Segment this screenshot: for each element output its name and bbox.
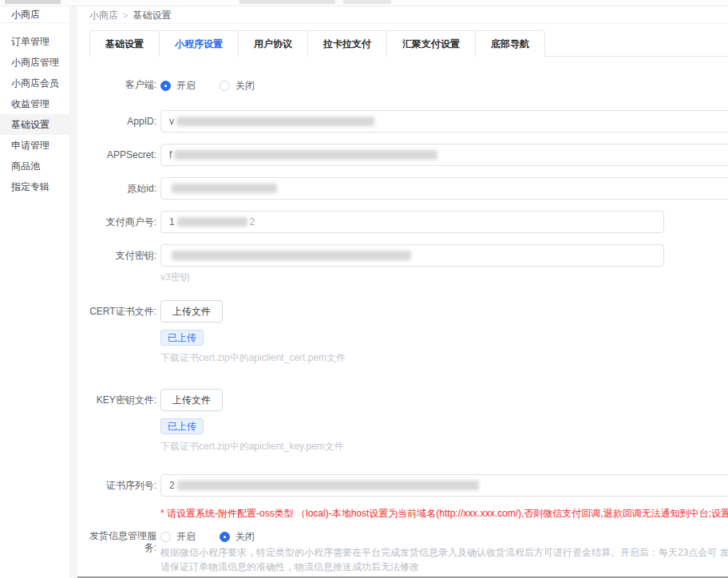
cert-uploaded-badge: 已上传: [160, 330, 204, 346]
cert-upload-button[interactable]: 上传文件: [160, 300, 223, 323]
original-id-row: 原始id:: [89, 177, 728, 200]
tab-miniprogram-settings[interactable]: 小程序设置: [160, 30, 239, 57]
key-file-row: KEY密钥文件: 上传文件 已上传 下载证书cert.zip中的apiclien…: [89, 389, 728, 452]
redacted-value: [177, 217, 247, 227]
sidebar-app-title: 小商店: [0, 6, 69, 23]
sidebar-item-product-pool[interactable]: 商品池: [0, 156, 69, 176]
original-id-input[interactable]: [160, 177, 728, 200]
breadcrumb: 小商店 > 基础设置: [89, 6, 728, 24]
redacted-value: [172, 251, 411, 260]
shipping-service-label: 发货信息管理服务:: [89, 529, 156, 578]
pay-mchid-value-suffix: 2: [250, 216, 255, 228]
appid-label: AppID:: [89, 110, 156, 133]
tab-huiju-pay-settings[interactable]: 汇聚支付设置: [387, 30, 476, 57]
radio-unselected-icon: [220, 81, 230, 91]
pay-mchid-row: 支付商户号: 1 2: [89, 211, 728, 233]
key-uploaded-badge: 已上传: [160, 418, 204, 434]
client-radio-off-label: 关闭: [235, 79, 255, 93]
radio-selected-icon: [220, 532, 230, 542]
appsecret-label: APPSecret:: [89, 144, 156, 166]
key-upload-button[interactable]: 上传文件: [160, 389, 223, 411]
shipping-radio-on-label: 开启: [176, 530, 196, 544]
redacted-value: [177, 481, 479, 490]
redacted-value: [174, 150, 437, 160]
client-radio-on-label: 开启: [176, 79, 196, 93]
breadcrumb-current: 基础设置: [133, 7, 171, 23]
cert-file-row: CERT证书文件: 上传文件 已上传 下载证书cert.zip中的apiclie…: [89, 300, 728, 363]
app-layout: 小商店 订单管理 小商店管理 小商店会员 收益管理 基础设置 申请管理 商品池 …: [0, 6, 728, 578]
sidebar: 小商店 订单管理 小商店管理 小商店会员 收益管理 基础设置 申请管理 商品池 …: [0, 6, 70, 578]
settings-tabs: 基础设置 小程序设置 用户协议 拉卡拉支付 汇聚支付设置 底部导航: [89, 30, 728, 57]
appid-input[interactable]: v: [160, 110, 728, 133]
pay-mchid-label: 支付商户号:: [89, 211, 156, 233]
pay-mchid-value-prefix: 1: [169, 216, 175, 228]
key-file-hint: 下载证书cert.zip中的apiclient_key.pem文件: [160, 441, 728, 452]
radio-unselected-icon: [160, 532, 171, 542]
original-id-label: 原始id:: [89, 177, 156, 200]
client-radio-group: 开启 关闭: [160, 77, 728, 93]
client-radio-on[interactable]: 开启: [160, 79, 196, 93]
miniprogram-settings-form: 客户端: 开启 关闭 AppID: v: [89, 57, 728, 578]
sidebar-menu: 订单管理 小商店管理 小商店会员 收益管理 基础设置 申请管理 商品池 指定专辑: [0, 23, 69, 197]
toolbar-remnant: [239, 0, 335, 4]
client-radio-off[interactable]: 关闭: [220, 79, 255, 93]
breadcrumb-root[interactable]: 小商店: [89, 7, 118, 23]
tab-footer-nav[interactable]: 底部导航: [476, 30, 545, 57]
pay-mchid-input[interactable]: 1 2: [160, 211, 664, 233]
shipping-radio-on[interactable]: 开启: [160, 530, 196, 544]
appid-value-prefix: v: [169, 116, 174, 127]
serial-label: 证书序列号:: [89, 474, 156, 497]
appsecret-row: APPSecret: f: [89, 144, 728, 166]
pay-key-row: 支付密钥:: [89, 244, 728, 267]
shipping-radio-off[interactable]: 关闭: [220, 530, 255, 544]
tab-lakala-pay[interactable]: 拉卡拉支付: [308, 30, 387, 57]
pay-key-hint: v3密钥: [160, 271, 728, 283]
toolbar-remnant: [5, 0, 61, 4]
toolbar-remnant: [343, 0, 391, 4]
breadcrumb-separator-icon: >: [123, 7, 128, 23]
shipping-desc-line: 请保证订单物流信息的准确性，物流信息推送成功后无法修改: [160, 560, 728, 574]
sidebar-item-basic-settings[interactable]: 基础设置: [0, 114, 69, 135]
cert-file-label: CERT证书文件:: [89, 300, 156, 363]
appid-row: AppID: v: [89, 110, 728, 133]
main-content: 小商店 > 基础设置 基础设置 小程序设置 用户协议 拉卡拉支付 汇聚支付设置 …: [77, 6, 728, 578]
client-switch-label: 客户端:: [89, 77, 156, 93]
tab-basic-settings[interactable]: 基础设置: [89, 30, 160, 57]
appsecret-value-prefix: f: [169, 149, 172, 160]
cert-file-hint: 下载证书cert.zip中的apiclient_cert.pem文件: [160, 352, 728, 363]
radio-selected-icon: [160, 81, 171, 91]
tab-user-agreement[interactable]: 用户协议: [239, 30, 308, 57]
sidebar-item-shop-members[interactable]: 小商店会员: [0, 73, 69, 93]
sidebar-gutter: [70, 6, 77, 578]
serial-input[interactable]: 2: [160, 474, 728, 497]
shipping-service-description: 根据微信小程序要求，特定类型的小程序需要在平台完成发货信息录入及确认收货流程后方…: [160, 545, 728, 578]
shipping-service-row: 发货信息管理服务: 开启 关闭 根据微信小程序要求，特定类型的小程序需要: [89, 529, 728, 578]
client-switch-row: 客户端: 开启 关闭: [89, 77, 728, 93]
serial-value-prefix: 2: [169, 480, 175, 491]
sidebar-item-revenue-management[interactable]: 收益管理: [0, 93, 69, 114]
cropped-toolbar-edge: [0, 0, 728, 6]
key-file-label: KEY密钥文件:: [89, 389, 156, 452]
sidebar-item-designated-album[interactable]: 指定专辑: [0, 176, 69, 197]
pay-key-input[interactable]: [160, 244, 664, 267]
pay-key-hint-row: v3密钥: [89, 271, 728, 283]
sidebar-item-application-management[interactable]: 申请管理: [0, 135, 69, 156]
sidebar-item-order-management[interactable]: 订单管理: [0, 31, 69, 52]
redacted-value: [172, 184, 277, 193]
shipping-desc-line: 根据微信小程序要求，特定类型的小程序需要在平台完成发货信息录入及确认收货流程后方…: [160, 545, 728, 560]
sidebar-item-shop-management[interactable]: 小商店管理: [0, 52, 69, 73]
shipping-radio-off-label: 关闭: [235, 530, 255, 544]
pay-key-label: 支付密钥:: [89, 244, 156, 267]
oss-config-warning: * 请设置系统-附件配置-oss类型 （local)-本地host设置为当前域名…: [160, 508, 728, 519]
shipping-radio-group: 开启 关闭: [160, 529, 728, 544]
serial-row: 证书序列号: 2: [89, 474, 728, 497]
appsecret-input[interactable]: f: [160, 144, 728, 166]
redacted-value: [176, 117, 374, 126]
